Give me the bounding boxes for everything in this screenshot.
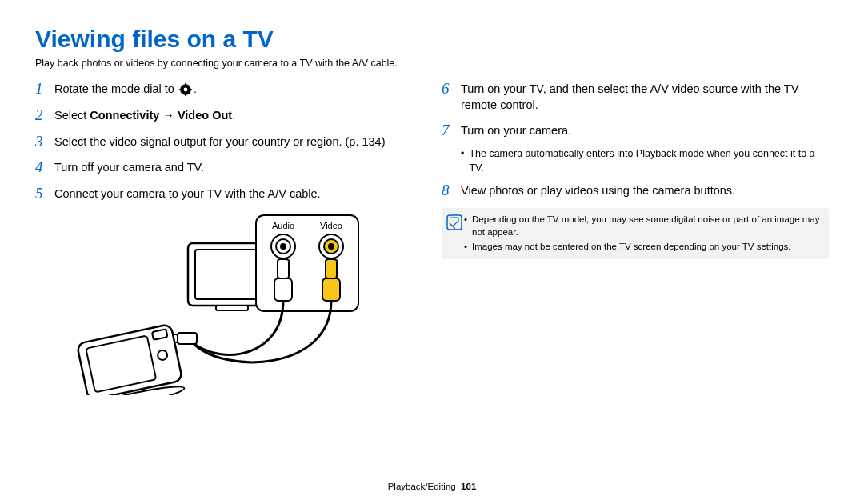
step-text: Turn off your camera and TV. <box>54 158 204 175</box>
connection-diagram: Audio Video <box>56 211 422 398</box>
svg-rect-16 <box>278 259 289 278</box>
svg-rect-5 <box>190 89 192 90</box>
audio-label: Audio <box>272 221 294 230</box>
step-text: Select the video signal output for your … <box>54 133 385 150</box>
video-label: Video <box>320 221 342 230</box>
step-number: 4 <box>35 158 54 177</box>
note-item: Images may not be centered on the TV scr… <box>464 240 821 253</box>
left-column: 1Rotate the mode dial to .2Select Connec… <box>35 80 422 398</box>
svg-rect-19 <box>322 278 340 301</box>
step-text: Select Connectivity → Video Out. <box>54 106 235 123</box>
step-number: 5 <box>35 185 54 203</box>
step-number: 7 <box>442 122 461 140</box>
step-text: Connect your camera to your TV with the … <box>54 185 321 202</box>
page-title: Viewing files on a TV <box>35 26 829 53</box>
svg-rect-2 <box>185 83 186 86</box>
svg-point-15 <box>328 243 334 250</box>
svg-rect-4 <box>179 89 182 90</box>
footer-page-number: 101 <box>461 482 476 491</box>
step: 1Rotate the mode dial to . <box>35 80 422 98</box>
step: 3Select the video signal output for your… <box>35 133 422 151</box>
page-subtitle: Play back photos or videos by connecting… <box>35 58 829 69</box>
svg-rect-18 <box>326 259 337 278</box>
note-item: Depending on the TV model, you may see s… <box>464 213 821 238</box>
step: 4Turn off your camera and TV. <box>35 158 422 177</box>
svg-rect-8 <box>216 306 248 310</box>
step-text: Turn on your camera. <box>461 122 571 138</box>
step-number: 6 <box>442 80 461 98</box>
step-text: View photos or play videos using the cam… <box>461 182 735 198</box>
step: 8View photos or play videos using the ca… <box>442 182 829 200</box>
sub-bullet: The camera automatically enters into Pla… <box>461 147 829 175</box>
step-number: 3 <box>35 133 54 151</box>
page-footer: Playback/Editing 101 <box>0 482 864 491</box>
svg-rect-3 <box>185 94 186 96</box>
svg-rect-20 <box>178 333 197 344</box>
svg-point-12 <box>280 243 286 250</box>
right-column: 6Turn on your TV, and then select the A/… <box>442 80 829 398</box>
svg-point-1 <box>184 88 188 92</box>
step-text: Rotate the mode dial to . <box>54 80 197 97</box>
step: 5Connect your camera to your TV with the… <box>35 185 422 203</box>
step-number: 2 <box>35 106 54 125</box>
step-number: 8 <box>442 182 461 200</box>
step: 6Turn on your TV, and then select the A/… <box>442 80 829 114</box>
note-icon <box>446 213 464 254</box>
step-sub-bullets: The camera automatically enters into Pla… <box>461 147 829 175</box>
step: 7Turn on your camera. <box>442 122 829 140</box>
step-number: 1 <box>35 80 54 98</box>
step-text: Turn on your TV, and then select the A/V… <box>461 80 829 114</box>
footer-section: Playback/Editing <box>388 482 456 491</box>
note-box: Depending on the TV model, you may see s… <box>442 208 829 259</box>
step: 2Select Connectivity → Video Out. <box>35 106 422 125</box>
svg-rect-17 <box>274 278 292 301</box>
